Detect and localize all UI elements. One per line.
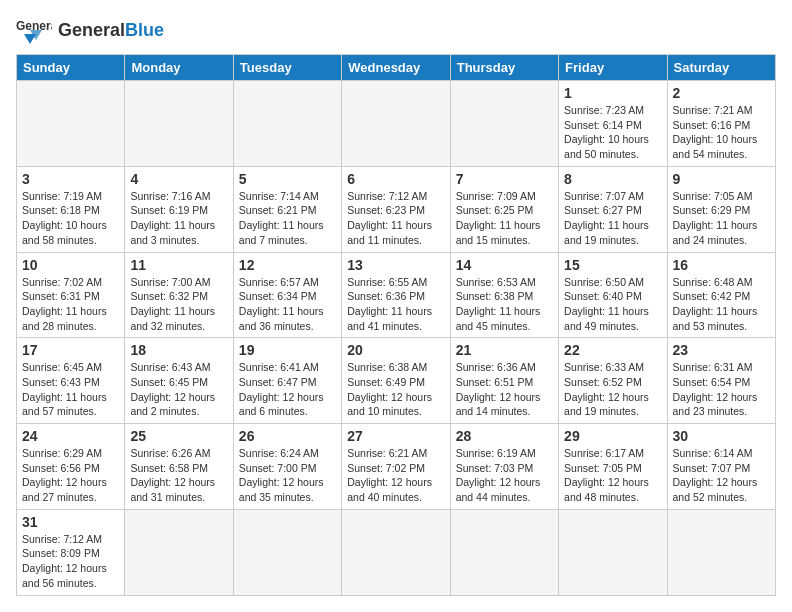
day-info: Sunrise: 6:48 AM Sunset: 6:42 PM Dayligh… xyxy=(673,275,770,334)
day-number: 3 xyxy=(22,171,119,187)
calendar-cell: 30Sunrise: 6:14 AM Sunset: 7:07 PM Dayli… xyxy=(667,424,775,510)
day-info: Sunrise: 6:19 AM Sunset: 7:03 PM Dayligh… xyxy=(456,446,553,505)
day-info: Sunrise: 6:26 AM Sunset: 6:58 PM Dayligh… xyxy=(130,446,227,505)
logo: General GeneralBlue xyxy=(16,16,164,44)
calendar-cell: 17Sunrise: 6:45 AM Sunset: 6:43 PM Dayli… xyxy=(17,338,125,424)
day-info: Sunrise: 7:14 AM Sunset: 6:21 PM Dayligh… xyxy=(239,189,336,248)
calendar-week-row: 24Sunrise: 6:29 AM Sunset: 6:56 PM Dayli… xyxy=(17,424,776,510)
day-number: 8 xyxy=(564,171,661,187)
day-info: Sunrise: 7:02 AM Sunset: 6:31 PM Dayligh… xyxy=(22,275,119,334)
calendar-week-row: 31Sunrise: 7:12 AM Sunset: 8:09 PM Dayli… xyxy=(17,509,776,595)
day-info: Sunrise: 7:09 AM Sunset: 6:25 PM Dayligh… xyxy=(456,189,553,248)
calendar-cell xyxy=(125,509,233,595)
calendar-cell xyxy=(559,509,667,595)
calendar-cell: 11Sunrise: 7:00 AM Sunset: 6:32 PM Dayli… xyxy=(125,252,233,338)
calendar-cell: 18Sunrise: 6:43 AM Sunset: 6:45 PM Dayli… xyxy=(125,338,233,424)
calendar-cell: 15Sunrise: 6:50 AM Sunset: 6:40 PM Dayli… xyxy=(559,252,667,338)
day-info: Sunrise: 7:12 AM Sunset: 6:23 PM Dayligh… xyxy=(347,189,444,248)
day-number: 28 xyxy=(456,428,553,444)
calendar-week-row: 17Sunrise: 6:45 AM Sunset: 6:43 PM Dayli… xyxy=(17,338,776,424)
day-info: Sunrise: 6:55 AM Sunset: 6:36 PM Dayligh… xyxy=(347,275,444,334)
logo-icon: General xyxy=(16,16,52,44)
calendar-cell xyxy=(342,509,450,595)
day-number: 4 xyxy=(130,171,227,187)
day-info: Sunrise: 6:45 AM Sunset: 6:43 PM Dayligh… xyxy=(22,360,119,419)
day-number: 16 xyxy=(673,257,770,273)
calendar-week-row: 3Sunrise: 7:19 AM Sunset: 6:18 PM Daylig… xyxy=(17,166,776,252)
day-info: Sunrise: 6:33 AM Sunset: 6:52 PM Dayligh… xyxy=(564,360,661,419)
calendar-cell: 12Sunrise: 6:57 AM Sunset: 6:34 PM Dayli… xyxy=(233,252,341,338)
day-info: Sunrise: 6:38 AM Sunset: 6:49 PM Dayligh… xyxy=(347,360,444,419)
day-info: Sunrise: 6:31 AM Sunset: 6:54 PM Dayligh… xyxy=(673,360,770,419)
day-number: 15 xyxy=(564,257,661,273)
calendar-week-row: 10Sunrise: 7:02 AM Sunset: 6:31 PM Dayli… xyxy=(17,252,776,338)
day-info: Sunrise: 6:17 AM Sunset: 7:05 PM Dayligh… xyxy=(564,446,661,505)
column-header-monday: Monday xyxy=(125,55,233,81)
day-number: 13 xyxy=(347,257,444,273)
calendar-cell: 7Sunrise: 7:09 AM Sunset: 6:25 PM Daylig… xyxy=(450,166,558,252)
day-info: Sunrise: 7:05 AM Sunset: 6:29 PM Dayligh… xyxy=(673,189,770,248)
day-info: Sunrise: 7:00 AM Sunset: 6:32 PM Dayligh… xyxy=(130,275,227,334)
day-number: 14 xyxy=(456,257,553,273)
page-header: General GeneralBlue xyxy=(16,16,776,44)
day-number: 26 xyxy=(239,428,336,444)
day-info: Sunrise: 6:50 AM Sunset: 6:40 PM Dayligh… xyxy=(564,275,661,334)
day-info: Sunrise: 6:41 AM Sunset: 6:47 PM Dayligh… xyxy=(239,360,336,419)
calendar-cell: 1Sunrise: 7:23 AM Sunset: 6:14 PM Daylig… xyxy=(559,81,667,167)
calendar-cell: 4Sunrise: 7:16 AM Sunset: 6:19 PM Daylig… xyxy=(125,166,233,252)
calendar-cell: 16Sunrise: 6:48 AM Sunset: 6:42 PM Dayli… xyxy=(667,252,775,338)
calendar-cell: 21Sunrise: 6:36 AM Sunset: 6:51 PM Dayli… xyxy=(450,338,558,424)
calendar-cell: 13Sunrise: 6:55 AM Sunset: 6:36 PM Dayli… xyxy=(342,252,450,338)
day-info: Sunrise: 7:23 AM Sunset: 6:14 PM Dayligh… xyxy=(564,103,661,162)
day-info: Sunrise: 6:14 AM Sunset: 7:07 PM Dayligh… xyxy=(673,446,770,505)
day-number: 25 xyxy=(130,428,227,444)
day-number: 2 xyxy=(673,85,770,101)
calendar-cell xyxy=(450,81,558,167)
calendar-cell: 3Sunrise: 7:19 AM Sunset: 6:18 PM Daylig… xyxy=(17,166,125,252)
calendar-cell: 2Sunrise: 7:21 AM Sunset: 6:16 PM Daylig… xyxy=(667,81,775,167)
day-info: Sunrise: 6:43 AM Sunset: 6:45 PM Dayligh… xyxy=(130,360,227,419)
calendar-cell: 28Sunrise: 6:19 AM Sunset: 7:03 PM Dayli… xyxy=(450,424,558,510)
day-number: 23 xyxy=(673,342,770,358)
day-info: Sunrise: 6:36 AM Sunset: 6:51 PM Dayligh… xyxy=(456,360,553,419)
day-number: 7 xyxy=(456,171,553,187)
calendar-cell xyxy=(233,509,341,595)
day-number: 29 xyxy=(564,428,661,444)
calendar-cell: 9Sunrise: 7:05 AM Sunset: 6:29 PM Daylig… xyxy=(667,166,775,252)
column-header-thursday: Thursday xyxy=(450,55,558,81)
calendar-cell xyxy=(342,81,450,167)
calendar-cell xyxy=(125,81,233,167)
column-header-saturday: Saturday xyxy=(667,55,775,81)
calendar-cell: 19Sunrise: 6:41 AM Sunset: 6:47 PM Dayli… xyxy=(233,338,341,424)
calendar-cell: 29Sunrise: 6:17 AM Sunset: 7:05 PM Dayli… xyxy=(559,424,667,510)
column-header-wednesday: Wednesday xyxy=(342,55,450,81)
day-number: 24 xyxy=(22,428,119,444)
calendar-cell: 8Sunrise: 7:07 AM Sunset: 6:27 PM Daylig… xyxy=(559,166,667,252)
day-number: 19 xyxy=(239,342,336,358)
day-number: 6 xyxy=(347,171,444,187)
calendar-cell xyxy=(233,81,341,167)
calendar-cell xyxy=(450,509,558,595)
column-header-sunday: Sunday xyxy=(17,55,125,81)
calendar-cell: 31Sunrise: 7:12 AM Sunset: 8:09 PM Dayli… xyxy=(17,509,125,595)
day-number: 18 xyxy=(130,342,227,358)
calendar-table: SundayMondayTuesdayWednesdayThursdayFrid… xyxy=(16,54,776,596)
day-number: 9 xyxy=(673,171,770,187)
day-number: 31 xyxy=(22,514,119,530)
calendar-cell: 20Sunrise: 6:38 AM Sunset: 6:49 PM Dayli… xyxy=(342,338,450,424)
day-info: Sunrise: 7:07 AM Sunset: 6:27 PM Dayligh… xyxy=(564,189,661,248)
day-info: Sunrise: 7:21 AM Sunset: 6:16 PM Dayligh… xyxy=(673,103,770,162)
calendar-header-row: SundayMondayTuesdayWednesdayThursdayFrid… xyxy=(17,55,776,81)
calendar-cell: 6Sunrise: 7:12 AM Sunset: 6:23 PM Daylig… xyxy=(342,166,450,252)
calendar-cell: 25Sunrise: 6:26 AM Sunset: 6:58 PM Dayli… xyxy=(125,424,233,510)
day-info: Sunrise: 7:19 AM Sunset: 6:18 PM Dayligh… xyxy=(22,189,119,248)
day-info: Sunrise: 7:16 AM Sunset: 6:19 PM Dayligh… xyxy=(130,189,227,248)
day-number: 27 xyxy=(347,428,444,444)
day-number: 10 xyxy=(22,257,119,273)
day-info: Sunrise: 6:53 AM Sunset: 6:38 PM Dayligh… xyxy=(456,275,553,334)
calendar-cell xyxy=(17,81,125,167)
column-header-tuesday: Tuesday xyxy=(233,55,341,81)
day-number: 21 xyxy=(456,342,553,358)
calendar-cell: 23Sunrise: 6:31 AM Sunset: 6:54 PM Dayli… xyxy=(667,338,775,424)
day-number: 17 xyxy=(22,342,119,358)
